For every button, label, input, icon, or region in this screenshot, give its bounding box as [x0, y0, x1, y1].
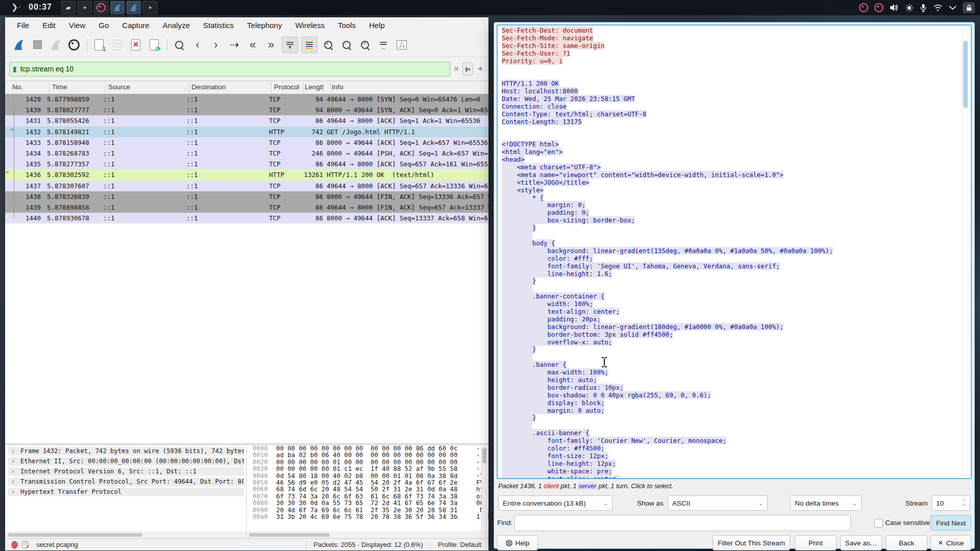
zoom-out-icon[interactable]: −: [339, 37, 354, 53]
lock-icon[interactable]: [963, 2, 975, 14]
capture-comment-icon[interactable]: [22, 541, 29, 548]
detail-tree-row[interactable]: ›Ethernet II, Src: 00:00:00_00:00:00 (00…: [8, 457, 244, 466]
profile-status[interactable]: Profile: Default: [438, 541, 481, 548]
details-hscrollbar-thumb[interactable]: [8, 533, 142, 537]
delta-times-select[interactable]: No delta times⌄: [790, 495, 862, 511]
column-separator[interactable]: [188, 82, 189, 93]
hex-row[interactable]: 006068 74 6d 6c 20 48 54 54 50 2f 31 2e …: [247, 486, 488, 493]
menu-capture[interactable]: Capture: [115, 19, 156, 32]
previous-packet-icon[interactable]: ‹: [190, 37, 205, 53]
reload-file-icon[interactable]: ⟳: [146, 37, 162, 53]
wifi-icon[interactable]: [933, 2, 943, 14]
back-button[interactable]: Back: [886, 535, 927, 550]
table-row[interactable]: 14355.878277357::1::1TCP8649644 → 8000 […: [5, 159, 488, 169]
wireshark-icon[interactable]: [127, 1, 141, 14]
hex-row[interactable]: 000000 00 00 00 00 00 00 00 00 00 00 00 …: [247, 445, 488, 452]
hex-hscrollbar-thumb[interactable]: [249, 533, 330, 537]
hex-row[interactable]: 00400d 54 80 18 00 40 02 b8 00 00 01 01 …: [247, 473, 488, 480]
expander-icon[interactable]: ›: [11, 447, 15, 456]
column-separator[interactable]: [49, 82, 50, 93]
hex-scrollbar-thumb[interactable]: [482, 448, 486, 463]
menu-go[interactable]: Go: [92, 19, 115, 32]
menu-telephony[interactable]: Telephony: [240, 19, 288, 32]
menu-view[interactable]: View: [62, 19, 92, 32]
expander-icon[interactable]: ›: [11, 478, 15, 486]
activities-icon[interactable]: ❯·: [11, 2, 21, 12]
table-row[interactable]: 14345.878268783::1::1TCP2468000 → 49644 …: [5, 148, 488, 159]
table-row[interactable]: 14325.878149821::1::1HTTP742GET /Jogo.ht…: [5, 127, 488, 137]
close-button[interactable]: ✕Close: [930, 535, 971, 550]
stream-content[interactable]: Sec-Fetch-Dest: documentSec-Fetch-Mode: …: [497, 24, 972, 479]
filter-add-button[interactable]: +: [476, 63, 484, 75]
hex-row[interactable]: 00706f 73 74 3a 20 6c 6f 63 61 6c 68 6f …: [247, 493, 488, 500]
restart-capture-icon[interactable]: [48, 37, 63, 53]
record-icon[interactable]: [859, 2, 868, 14]
find-next-button[interactable]: Find Next: [930, 515, 971, 531]
column-separator[interactable]: [303, 82, 303, 93]
stream-number-spinner[interactable]: 10 ⌃⌄: [932, 495, 970, 511]
microphone-icon[interactable]: [920, 2, 927, 14]
table-row[interactable]: 14305.878027777::1::1TCP948000 → 49644 […: [5, 105, 488, 115]
column-header-protocol[interactable]: Protocol: [274, 83, 300, 91]
menu-help[interactable]: Help: [362, 19, 391, 32]
expander-icon[interactable]: ›: [11, 467, 15, 476]
zoom-reset-icon[interactable]: ↺: [357, 37, 373, 53]
brightness-icon[interactable]: [905, 2, 914, 14]
stream-scrollbar-thumb[interactable]: [963, 41, 968, 108]
capture-options-icon[interactable]: [66, 37, 82, 53]
detail-tree-row[interactable]: ›Hypertext Transfer Protocol: [8, 488, 244, 496]
menu-tools[interactable]: Tools: [331, 19, 362, 32]
table-row[interactable]: 14295.877998859::1::1TCP9449644 → 8000 […: [5, 94, 488, 105]
filter-out-stream-button[interactable]: Filter Out This Stream: [713, 535, 790, 550]
numbered-columns-icon[interactable]: 12 3: [394, 37, 409, 53]
expert-info-icon[interactable]: [11, 541, 18, 549]
menu-file[interactable]: File: [10, 19, 36, 32]
auto-scroll-icon[interactable]: ▼: [282, 37, 298, 53]
column-header-lengtl[interactable]: Lengtl: [305, 83, 324, 91]
app-icon[interactable]: ✦: [78, 1, 92, 14]
save-as-button[interactable]: Save as…: [840, 535, 882, 550]
record-icon[interactable]: [874, 2, 884, 14]
menu-wireless[interactable]: Wireless: [288, 19, 331, 32]
menu-analyze[interactable]: Analyze: [156, 19, 197, 32]
close-file-icon[interactable]: ✕: [128, 37, 143, 53]
speaker-icon[interactable]: [890, 2, 899, 14]
column-header-time[interactable]: Time: [52, 83, 67, 91]
print-button[interactable]: Print: [795, 535, 837, 550]
find-input[interactable]: [514, 515, 851, 531]
display-filter-input[interactable]: ▮ tcp.stream eq 10: [9, 62, 450, 77]
table-row[interactable]: 14315.878055426::1::1TCP8649644 → 8000 […: [5, 115, 488, 126]
zoom-in-icon[interactable]: +: [321, 37, 336, 53]
column-separator[interactable]: [105, 82, 106, 93]
hex-row[interactable]: 009020 4d 6f 7a 69 6c 6c 61 2f 35 2e 30 …: [247, 507, 488, 514]
table-row[interactable]: 14375.878307607::1::1TCP8649644 → 8000 […: [5, 181, 488, 191]
terminal-icon[interactable]: ▰: [61, 1, 76, 14]
column-separator[interactable]: [271, 82, 272, 93]
wireshark-icon[interactable]: [110, 1, 125, 14]
table-row[interactable]: 14365.878302592::1::1HTTP13261HTTP/1.1 2…: [5, 169, 488, 180]
case-sensitive-checkbox[interactable]: [874, 519, 883, 528]
filter-bookmark-icon[interactable]: ▮: [13, 65, 17, 73]
filter-recent-dropdown[interactable]: ▮▾: [462, 62, 473, 76]
conversation-select[interactable]: Entire conversation (13 kB)⌄: [498, 495, 612, 511]
hex-row[interactable]: 0010ad ba 02 b0 06 40 00 00 00 00 00 00 …: [247, 452, 488, 459]
column-header-destination[interactable]: Destination: [191, 83, 226, 91]
filter-clear-icon[interactable]: ✕: [453, 65, 459, 73]
hex-row[interactable]: 003000 00 00 00 00 01 c1 ec 1f 40 88 52 …: [247, 466, 488, 472]
detail-tree-row[interactable]: ›Internet Protocol Version 6, Src: ::1, …: [8, 467, 244, 476]
network-icon[interactable]: ✦: [143, 1, 157, 14]
column-header-no[interactable]: No.: [12, 83, 23, 91]
detail-tree-row[interactable]: ›Frame 1432: Packet, 742 bytes on wire (…: [8, 447, 244, 456]
screen-recorder-icon[interactable]: [94, 1, 108, 14]
hex-row[interactable]: 005046 56 d9 e0 05 d2 47 45 54 20 2f 4a …: [247, 480, 488, 486]
detail-tree-row[interactable]: ›Transmission Control Protocol, Src Port…: [8, 478, 244, 486]
go-to-packet-icon[interactable]: ⇢: [227, 37, 242, 53]
table-row[interactable]: 14385.878326839::1::1TCP868000 → 49644 […: [5, 191, 488, 202]
column-separator[interactable]: [330, 82, 331, 93]
expander-icon[interactable]: ›: [11, 457, 15, 466]
stop-capture-icon[interactable]: [30, 37, 45, 53]
show-as-select[interactable]: ASCII⌄: [668, 495, 768, 511]
packet-list-header[interactable]: No.TimeSourceDestinationProtocolLengtlIn…: [5, 81, 488, 95]
last-packet-icon[interactable]: »: [263, 37, 279, 53]
next-packet-icon[interactable]: ›: [208, 37, 224, 53]
